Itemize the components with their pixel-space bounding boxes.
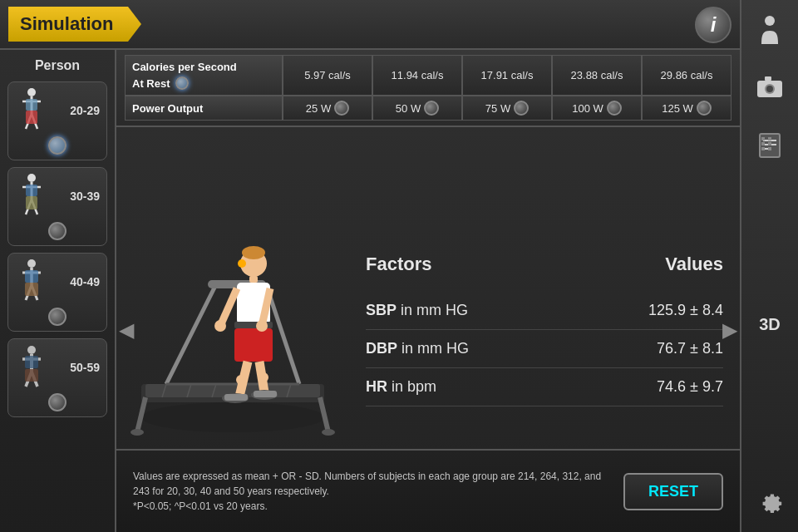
svg-point-56 xyxy=(322,429,335,436)
table-grid: Calories per Second At Rest 5.97 cal/s 1… xyxy=(125,55,732,121)
watt-cell-2[interactable]: 50 W xyxy=(372,96,462,121)
app-container: Simulation i xyxy=(0,0,798,532)
factor-sbp-abbr: SBP xyxy=(366,302,397,318)
factors-header: Factors Values xyxy=(366,254,723,275)
table-section: Calories per Second At Rest 5.97 cal/s 1… xyxy=(116,50,740,127)
watt-val-1: 25 W xyxy=(306,102,331,115)
app-title: Simulation xyxy=(8,7,141,42)
cal-val-3: 17.91 cal/s xyxy=(481,69,534,81)
factor-name-hr: HR in bpm xyxy=(366,378,436,396)
svg-rect-75 xyxy=(224,394,248,401)
person-panel: Person 20-29 xyxy=(0,50,116,532)
svg-point-23 xyxy=(27,174,36,182)
svg-rect-43 xyxy=(25,369,38,382)
svg-point-62 xyxy=(242,246,265,259)
svg-rect-5 xyxy=(777,82,781,85)
disclaimer-text: Values are expressed as mean + OR - SD. … xyxy=(133,469,607,514)
watt-radio-4[interactable] xyxy=(607,101,622,116)
svg-rect-12 xyxy=(761,142,765,145)
cal-cell-4: 23.88 cal/s xyxy=(552,55,642,96)
svg-point-54 xyxy=(131,429,144,436)
radio-30-39[interactable] xyxy=(48,222,66,240)
svg-point-0 xyxy=(765,16,775,26)
radio-40-49[interactable] xyxy=(48,308,66,326)
watt-cell-3[interactable]: 75 W xyxy=(462,96,552,121)
person-icon[interactable] xyxy=(749,8,791,50)
watt-val-2: 50 W xyxy=(396,102,421,115)
age-label-40-49: 40-49 xyxy=(48,275,100,288)
bottom-area: Values are expressed as mean + OR - SD. … xyxy=(116,449,740,532)
top-bar: Simulation i xyxy=(0,0,798,50)
svg-line-57 xyxy=(166,284,216,384)
at-rest-indicator[interactable] xyxy=(175,76,189,90)
factor-value-hr: 74.6 ± 9.7 xyxy=(657,378,723,396)
svg-point-30 xyxy=(27,259,36,268)
svg-rect-4 xyxy=(765,76,771,81)
watt-val-3: 75 W xyxy=(485,102,510,115)
svg-rect-29 xyxy=(26,196,37,209)
gear-icon[interactable] xyxy=(749,482,791,524)
factor-value-sbp: 125.9 ± 8.4 xyxy=(648,302,723,319)
age-group-20-29[interactable]: 20-29 xyxy=(7,81,107,160)
svg-point-70 xyxy=(214,320,226,332)
svg-point-37 xyxy=(27,346,36,354)
age-group-30-39[interactable]: 30-39 xyxy=(7,167,107,246)
person-figure-40-49 xyxy=(15,259,48,304)
watt-val-5: 125 W xyxy=(662,102,693,115)
person-figure-20-29 xyxy=(15,87,48,133)
svg-rect-21 xyxy=(26,99,37,111)
svg-point-44 xyxy=(141,402,324,432)
at-rest-label: At Rest xyxy=(132,77,170,90)
person-label: Person xyxy=(35,58,80,73)
svg-rect-28 xyxy=(26,185,37,196)
watt-cell-4[interactable]: 100 W xyxy=(552,96,642,121)
arrow-right[interactable]: ▶ xyxy=(720,309,740,351)
svg-point-16 xyxy=(27,88,36,96)
watt-radio-1[interactable] xyxy=(334,101,349,116)
info-button[interactable]: i xyxy=(695,7,732,43)
arrow-left[interactable]: ◀ xyxy=(116,309,136,351)
svg-rect-11 xyxy=(768,137,771,140)
factor-row-dbp: DBP in mm HG 76.7 ± 8.1 xyxy=(366,330,723,368)
svg-point-78 xyxy=(236,375,246,385)
svg-rect-77 xyxy=(254,391,277,397)
watt-radio-3[interactable] xyxy=(514,101,529,116)
svg-rect-15 xyxy=(768,147,771,150)
power-row-label: Power Output xyxy=(125,96,283,121)
cal-cell-2: 11.94 cal/s xyxy=(372,55,462,96)
values-title: Values xyxy=(665,254,723,275)
radio-20-29[interactable] xyxy=(48,136,66,155)
age-group-40-49[interactable]: 40-49 xyxy=(7,253,107,332)
age-label-30-39: 30-39 xyxy=(48,190,100,203)
age-label-50-59: 50-59 xyxy=(48,361,100,374)
cal-val-1: 5.97 cal/s xyxy=(304,69,351,81)
watt-radio-5[interactable] xyxy=(697,101,712,116)
watt-cell-5[interactable]: 125 W xyxy=(642,96,732,121)
factor-name-dbp: DBP in mm HG xyxy=(366,340,469,357)
camera-icon[interactable] xyxy=(749,66,791,108)
watt-val-4: 100 W xyxy=(572,102,603,115)
reset-button[interactable]: RESET xyxy=(623,473,723,510)
cal-val-5: 29.86 cal/s xyxy=(661,69,713,81)
svg-rect-64 xyxy=(249,276,258,283)
svg-rect-35 xyxy=(25,270,38,283)
factors-title: Factors xyxy=(366,254,431,275)
cal-val-4: 23.88 cal/s xyxy=(571,69,623,81)
power-output-label: Power Output xyxy=(132,102,203,115)
watt-radio-2[interactable] xyxy=(424,101,439,116)
svg-point-63 xyxy=(238,259,246,268)
age-group-50-59[interactable]: 50-59 xyxy=(7,338,107,417)
cal-cell-3: 17.91 cal/s xyxy=(462,55,552,96)
factor-name-sbp: SBP in mm HG xyxy=(366,302,468,319)
person-figure-30-39 xyxy=(15,173,48,219)
cal-val-2: 11.94 cal/s xyxy=(392,69,444,81)
right-sidebar: 3D xyxy=(740,0,798,532)
factor-dbp-unit: in mm HG xyxy=(401,340,469,357)
watt-cell-1[interactable]: 25 W xyxy=(283,96,372,121)
radio-50-59[interactable] xyxy=(48,393,66,411)
age-label-20-29: 20-29 xyxy=(48,104,100,117)
notepad-icon[interactable] xyxy=(749,125,791,166)
label-3d[interactable]: 3D xyxy=(759,315,781,334)
svg-rect-36 xyxy=(25,283,38,296)
factor-dbp-abbr: DBP xyxy=(366,340,397,357)
